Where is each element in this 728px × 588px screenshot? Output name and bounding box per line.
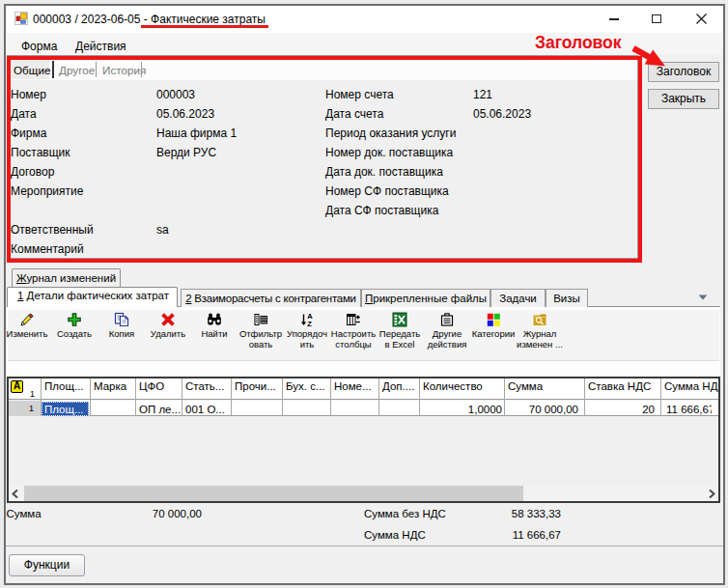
svg-text:Z: Z (307, 320, 312, 328)
